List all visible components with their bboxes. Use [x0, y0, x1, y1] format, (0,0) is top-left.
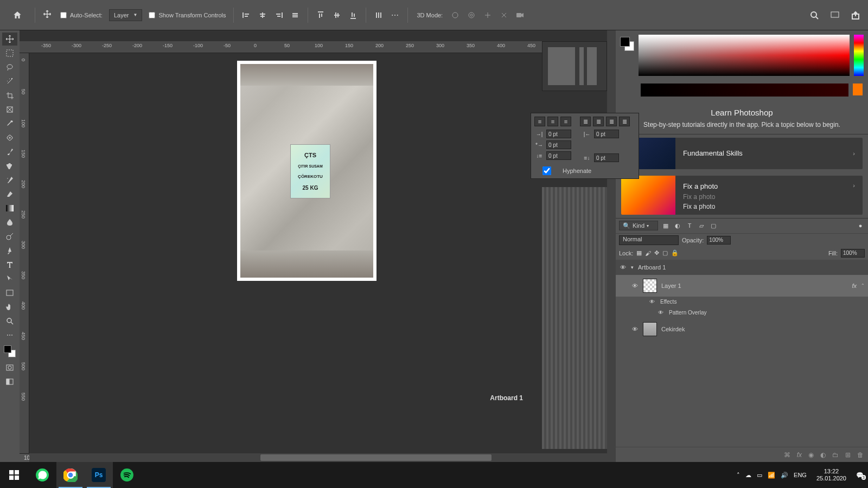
justify-left-btn[interactable]: ≣	[580, 117, 591, 126]
eyedropper-tool[interactable]	[2, 117, 17, 130]
more-options-icon[interactable]: ⋯	[388, 9, 401, 22]
lasso-tool[interactable]	[2, 61, 17, 74]
clone-tool[interactable]	[2, 159, 17, 172]
layer-artboard[interactable]: 👁 ▾ Artboard 1	[616, 260, 868, 275]
filter-kind-dropdown[interactable]: 🔍Kind ▾	[619, 221, 658, 230]
paragraph-panel[interactable]: ≡ ≡ ≡ ≣ ≣ ≣ ≣ →| *→ ↓≡ |← ≡↓ Hyphenate	[531, 113, 639, 179]
quick-mask-tool[interactable]	[2, 361, 17, 374]
justify-right-btn[interactable]: ≣	[606, 117, 617, 126]
lock-all-icon[interactable]: 🔒	[671, 249, 679, 256]
blend-mode-dropdown[interactable]: Normal	[619, 235, 679, 245]
taskbar-whatsapp[interactable]	[28, 462, 56, 488]
align-left-icon[interactable]	[240, 9, 253, 22]
auto-select-dropdown[interactable]: Layer▼	[109, 9, 142, 21]
layer-name[interactable]: Cekirdek	[661, 326, 865, 332]
visibility-icon[interactable]: 👁	[631, 282, 639, 289]
opacity-input[interactable]	[707, 236, 731, 245]
marquee-tool[interactable]	[2, 47, 17, 60]
layer-cekirdek[interactable]: 👁 Cekirdek	[616, 318, 868, 340]
healing-tool[interactable]	[2, 131, 17, 144]
lock-artboard-icon[interactable]: ▢	[662, 249, 668, 256]
crop-tool[interactable]	[2, 89, 17, 102]
magic-wand-tool[interactable]	[2, 75, 17, 88]
space-before-input[interactable]	[546, 151, 571, 160]
lock-paint-icon[interactable]: 🖌	[645, 250, 651, 256]
path-tool[interactable]	[2, 272, 17, 285]
align-right-btn[interactable]: ≡	[560, 117, 571, 126]
brush-tool[interactable]	[2, 145, 17, 158]
accent-swatch[interactable]	[853, 84, 863, 95]
align-center-btn[interactable]: ≡	[547, 117, 558, 126]
tray-wifi-icon[interactable]: 📶	[768, 472, 775, 479]
gradient-tool[interactable]	[2, 202, 17, 215]
layer-layer1[interactable]: 👁 Layer 1 fx ⌃	[616, 275, 868, 297]
layer-effects-row[interactable]: 👁 Effects	[616, 297, 868, 307]
tutorial-card-fundamental[interactable]: Fundamental Skills ›	[621, 138, 863, 169]
zoom-tool[interactable]	[2, 314, 17, 328]
mask-icon[interactable]: ◉	[808, 451, 814, 459]
tray-notifications[interactable]: 💬3	[856, 472, 864, 479]
layer-thumbnail[interactable]	[643, 279, 657, 293]
visibility-icon[interactable]: 👁	[657, 310, 665, 316]
visibility-icon[interactable]: 👁	[619, 264, 627, 271]
visibility-icon[interactable]: 👁	[631, 326, 639, 332]
home-icon[interactable]	[11, 9, 24, 22]
more-align-icon[interactable]	[289, 9, 302, 22]
align-top-icon[interactable]	[314, 9, 327, 22]
show-transform-checkbox[interactable]: Show Transform Controls	[149, 12, 226, 18]
hand-tool[interactable]	[2, 300, 17, 313]
filter-shape-icon[interactable]: ▱	[697, 221, 706, 230]
move-tool-icon[interactable]	[43, 10, 54, 21]
vertical-ruler[interactable]: 0 50 100 150 200 250 300 350 400 450 500…	[20, 53, 29, 453]
filter-pixel-icon[interactable]: ▦	[661, 221, 670, 230]
fx-icon[interactable]: fx	[797, 451, 802, 459]
fg-bg-swatch[interactable]	[620, 37, 634, 51]
tray-onedrive-icon[interactable]: ☁	[745, 472, 751, 479]
align-center-h-icon[interactable]	[256, 9, 269, 22]
screen-mode-tool[interactable]	[2, 375, 17, 388]
visibility-icon[interactable]: 👁	[648, 299, 656, 305]
tray-app-icon[interactable]: ▭	[757, 472, 762, 479]
tray-chevron-icon[interactable]: ˄	[737, 472, 740, 479]
new-layer-icon[interactable]: ⊞	[845, 451, 851, 459]
3d-orbit-icon[interactable]	[449, 9, 462, 22]
align-middle-v-icon[interactable]	[330, 9, 343, 22]
fx-badge[interactable]: fx	[852, 282, 857, 289]
justify-all-btn[interactable]: ≣	[619, 117, 630, 126]
layer-tree[interactable]: 👁 ▾ Artboard 1 👁 Layer 1 fx ⌃ 👁 Effects …	[616, 260, 868, 447]
indent-left-input[interactable]	[546, 130, 571, 138]
brightness-bar[interactable]	[641, 84, 848, 97]
navigator-thumb[interactable]	[542, 41, 607, 91]
screen-mode-icon[interactable]	[828, 9, 841, 22]
move-tool[interactable]	[2, 33, 17, 46]
justify-center-btn[interactable]: ≣	[593, 117, 604, 126]
delete-icon[interactable]: 🗑	[857, 451, 864, 459]
more-tools-icon[interactable]: ⋯	[2, 329, 17, 342]
align-right-icon[interactable]	[272, 9, 285, 22]
layer-thumbnail[interactable]	[643, 322, 657, 336]
pen-tool[interactable]	[2, 244, 17, 257]
chevron-icon[interactable]: ⌃	[861, 283, 865, 288]
filter-type-icon[interactable]: T	[685, 221, 694, 230]
start-button[interactable]	[0, 462, 28, 488]
link-layers-icon[interactable]: ⌘	[784, 451, 790, 459]
history-brush-tool[interactable]	[2, 174, 17, 187]
adjustment-icon[interactable]: ◐	[820, 451, 826, 459]
dodge-tool[interactable]	[2, 230, 17, 243]
artboard[interactable]: ÇTS ÇITIR SUSAM ÇÖREKOTU 25 KG	[237, 61, 376, 281]
layer-pattern-overlay[interactable]: 👁 Pattern Overlay	[616, 307, 868, 318]
canvas-area[interactable]: ÇTS ÇITIR SUSAM ÇÖREKOTU 25 KG Artboard …	[29, 53, 607, 453]
layer-name[interactable]: Layer 1	[661, 282, 847, 289]
artboard-name-label[interactable]: Artboard 1	[490, 394, 523, 402]
layer-name[interactable]: Artboard 1	[638, 264, 865, 271]
indent-right-input[interactable]	[594, 130, 619, 138]
tray-clock[interactable]: 13:22 25.01.2020	[812, 468, 851, 482]
lock-transparent-icon[interactable]: ▦	[636, 249, 642, 256]
taskbar-photoshop[interactable]: Ps	[85, 462, 113, 488]
filter-adjust-icon[interactable]: ◐	[673, 221, 682, 230]
horizontal-ruler[interactable]: -350 -300 -250 -200 -150 -100 -50 0 50 1…	[20, 41, 607, 53]
hue-slider[interactable]	[854, 35, 864, 76]
3d-camera-icon[interactable]	[514, 9, 527, 22]
align-bottom-icon[interactable]	[347, 9, 360, 22]
filter-toggle-icon[interactable]: ●	[856, 221, 865, 230]
